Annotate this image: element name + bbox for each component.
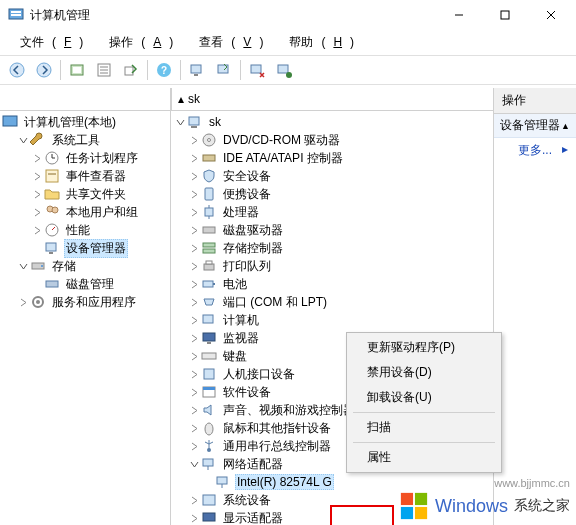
dev-cpu[interactable]: 处理器 (171, 203, 493, 221)
dev-battery[interactable]: 电池 (171, 275, 493, 293)
chevron-right-icon[interactable] (187, 259, 201, 273)
tree-task[interactable]: 任务计划程序 (0, 149, 170, 167)
ctx-update-driver[interactable]: 更新驱动程序(P) (349, 335, 499, 360)
chevron-right-icon[interactable] (187, 223, 201, 237)
windows-logo-icon (399, 491, 429, 521)
svg-rect-34 (49, 252, 53, 254)
chevron-right-icon[interactable] (187, 349, 201, 363)
scan-button[interactable] (184, 57, 210, 83)
menu-help[interactable]: 帮助(H) (273, 32, 362, 53)
svg-line-66 (205, 442, 209, 444)
close-button[interactable] (528, 0, 574, 30)
chevron-right-icon[interactable] (187, 403, 201, 417)
pc-icon (201, 312, 217, 328)
chevron-right-icon[interactable] (187, 133, 201, 147)
ctx-uninstall[interactable]: 卸载设备(U) (349, 385, 499, 410)
chevron-down-icon[interactable] (187, 457, 201, 471)
dev-ide[interactable]: IDE ATA/ATAPI 控制器 (171, 149, 493, 167)
chevron-right-icon[interactable] (187, 205, 201, 219)
chevron-right-icon[interactable] (30, 205, 44, 219)
dev-ports[interactable]: 端口 (COM 和 LPT) (171, 293, 493, 311)
mouse-icon (201, 420, 217, 436)
action-group[interactable]: 设备管理器▲ (494, 114, 576, 138)
chevron-right-icon[interactable] (187, 295, 201, 309)
dev-computer[interactable]: 计算机 (171, 311, 493, 329)
minimize-button[interactable] (436, 0, 482, 30)
svg-rect-22 (278, 65, 288, 73)
keyboard-icon (201, 348, 217, 364)
chevron-right-icon[interactable] (30, 151, 44, 165)
menu-file[interactable]: 文件(F) (4, 32, 91, 53)
chevron-right-icon[interactable] (30, 223, 44, 237)
chevron-right-icon[interactable] (16, 295, 30, 309)
back-button[interactable] (4, 57, 30, 83)
chevron-right-icon[interactable] (187, 511, 201, 525)
enable-button[interactable] (271, 57, 297, 83)
chevron-right-icon[interactable] (187, 493, 201, 507)
svg-point-43 (208, 139, 211, 142)
chevron-down-icon[interactable] (173, 115, 187, 129)
chevron-right-icon[interactable] (187, 385, 201, 399)
chevron-right-icon[interactable] (187, 313, 201, 327)
maximize-button[interactable] (482, 0, 528, 30)
tree-event[interactable]: 事件查看器 (0, 167, 170, 185)
disable-button[interactable] (244, 57, 270, 83)
chevron-down-icon[interactable] (16, 133, 30, 147)
tree-storage[interactable]: 存储 (0, 257, 170, 275)
svg-rect-54 (203, 281, 213, 287)
chevron-right-icon[interactable] (187, 367, 201, 381)
tree-share[interactable]: 共享文件夹 (0, 185, 170, 203)
ctx-disable[interactable]: 禁用设备(D) (349, 360, 499, 385)
svg-point-7 (10, 63, 24, 77)
dev-printq[interactable]: 打印队列 (171, 257, 493, 275)
dev-portable[interactable]: 便携设备 (171, 185, 493, 203)
tree-root[interactable]: 计算机管理(本地) (0, 113, 170, 131)
chevron-right-icon[interactable] (187, 169, 201, 183)
export-button[interactable] (118, 57, 144, 83)
device-root[interactable]: sk (171, 113, 493, 131)
chevron-right-icon[interactable] (30, 187, 44, 201)
svg-rect-53 (206, 261, 212, 264)
dev-storagectrl[interactable]: 存储控制器 (171, 239, 493, 257)
chevron-right-icon[interactable] (187, 241, 201, 255)
app-icon (8, 7, 24, 23)
svg-rect-75 (415, 493, 427, 505)
forward-button[interactable] (31, 57, 57, 83)
help-button[interactable]: ? (151, 57, 177, 83)
ide-icon (201, 150, 217, 166)
properties-button[interactable] (91, 57, 117, 83)
services-icon (30, 294, 46, 310)
menu-view[interactable]: 查看(V) (183, 32, 271, 53)
tree-services[interactable]: 服务和应用程序 (0, 293, 170, 311)
menu-action[interactable]: 操作(A) (93, 32, 181, 53)
chevron-right-icon[interactable] (187, 421, 201, 435)
printer-icon (201, 258, 217, 274)
dev-dvd[interactable]: DVD/CD-ROM 驱动器 (171, 131, 493, 149)
tree-users[interactable]: 本地用户和组 (0, 203, 170, 221)
svg-rect-70 (217, 477, 227, 484)
watermark-text1: Windows (435, 496, 508, 517)
chevron-right-icon[interactable] (30, 169, 44, 183)
dev-nic[interactable]: Intel(R) 82574L G (171, 473, 493, 491)
ctx-properties[interactable]: 属性 (349, 445, 499, 470)
chevron-right-icon[interactable] (187, 187, 201, 201)
dev-diskdrv[interactable]: 磁盘驱动器 (171, 221, 493, 239)
action-more[interactable]: 更多... ▸ (494, 138, 576, 163)
ctx-scan[interactable]: 扫描 (349, 415, 499, 440)
chevron-right-icon[interactable] (187, 331, 201, 345)
dev-security[interactable]: 安全设备 (171, 167, 493, 185)
chevron-down-icon[interactable] (16, 259, 30, 273)
svg-rect-74 (401, 493, 413, 505)
up-button[interactable] (64, 57, 90, 83)
tree-perf[interactable]: 性能 (0, 221, 170, 239)
refresh-button[interactable] (211, 57, 237, 83)
tree-systools[interactable]: 系统工具 (0, 131, 170, 149)
tree-devmgr[interactable]: 设备管理器 (0, 239, 170, 257)
tree-disk[interactable]: 磁盘管理 (0, 275, 170, 293)
chevron-right-icon[interactable] (187, 439, 201, 453)
svg-rect-55 (213, 283, 215, 285)
svg-rect-2 (11, 14, 21, 16)
chevron-right-icon[interactable] (187, 277, 201, 291)
chevron-right-icon[interactable] (187, 151, 201, 165)
svg-rect-18 (191, 65, 201, 73)
